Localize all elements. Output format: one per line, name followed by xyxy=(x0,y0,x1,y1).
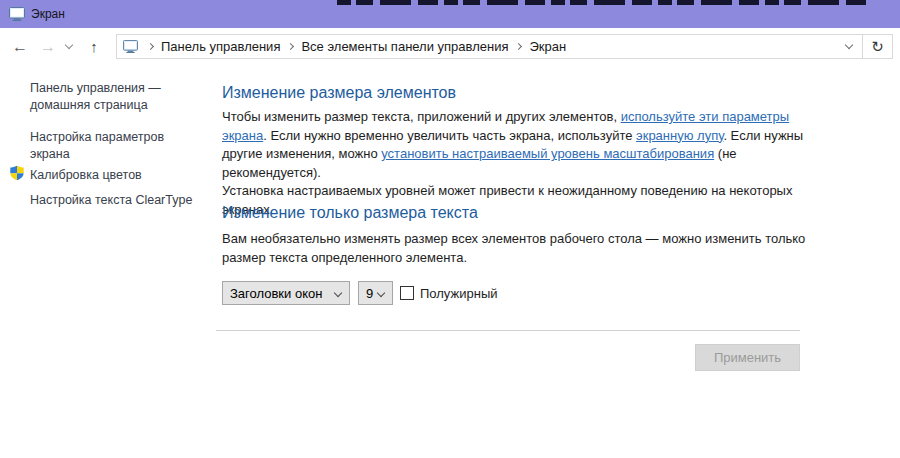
display-monitor-icon xyxy=(9,7,25,21)
bold-checkbox-label[interactable]: Полужирный xyxy=(420,286,498,301)
navigation-bar: ← → ↑ Панель управления Все элементы пан… xyxy=(0,28,900,65)
sidebar-item-control-panel-home[interactable]: Панель управления — домашняя страница xyxy=(0,80,190,114)
up-button[interactable]: ↑ xyxy=(84,37,104,57)
link-magnifier[interactable]: экранную лупу xyxy=(636,128,723,143)
font-size-select[interactable]: 9 xyxy=(358,281,393,305)
chevron-down-icon xyxy=(845,41,853,49)
section-heading-resize-elements: Изменение размера элементов xyxy=(222,84,456,102)
address-dropdown-button[interactable] xyxy=(836,35,862,58)
breadcrumb: Панель управления Все элементы панели уп… xyxy=(117,39,836,54)
back-button[interactable]: ← xyxy=(10,37,30,57)
link-custom-scaling-level[interactable]: установить настраиваемый уровень масштаб… xyxy=(381,146,714,161)
font-size-select-value: 9 xyxy=(366,286,373,301)
breadcrumb-item-control-panel[interactable]: Панель управления xyxy=(161,39,280,54)
forward-button[interactable]: → xyxy=(38,37,58,57)
resize-elements-paragraph: Чтобы изменить размер текста, приложений… xyxy=(222,108,822,220)
control-panel-display-window: Экран ← → ↑ Панель управления Все элемен… xyxy=(0,0,900,458)
ui-element-select[interactable]: Заголовки окон xyxy=(222,281,350,305)
text-size-paragraph: Вам необязательно изменять размер всех э… xyxy=(222,230,822,267)
breadcrumb-separator-icon xyxy=(515,43,522,50)
address-bar[interactable]: Панель управления Все элементы панели уп… xyxy=(116,34,893,59)
breadcrumb-separator-icon xyxy=(147,43,154,50)
location-monitor-icon xyxy=(123,40,138,53)
sidebar-item-display-settings[interactable]: Настройка параметров экрана xyxy=(0,129,190,163)
chevron-down-icon xyxy=(377,289,385,297)
bold-checkbox[interactable] xyxy=(400,286,414,300)
main-content: Изменение размера элементов Чтобы измени… xyxy=(222,66,800,458)
recent-pages-chevron-icon[interactable] xyxy=(65,41,73,49)
chevron-down-icon xyxy=(334,289,342,297)
apply-button[interactable]: Применить xyxy=(695,344,800,371)
refresh-button[interactable]: ↻ xyxy=(862,35,892,58)
paragraph-text: . Если нужно временно увеличить часть эк… xyxy=(263,128,636,143)
ui-element-select-value: Заголовки окон xyxy=(230,286,322,301)
breadcrumb-separator-icon xyxy=(287,43,294,50)
text-size-controls: Заголовки окон 9 Полужирный xyxy=(222,281,498,305)
separator xyxy=(216,330,800,331)
window-title: Экран xyxy=(31,7,65,21)
breadcrumb-item-display[interactable]: Экран xyxy=(529,39,566,54)
section-heading-text-size-only: Изменение только размера текста xyxy=(222,204,478,222)
sidebar: Панель управления — домашняя страница На… xyxy=(0,66,212,458)
paragraph-text: Чтобы изменить размер текста, приложений… xyxy=(222,109,621,124)
clipped-overlapping-text-artifact xyxy=(337,0,870,5)
breadcrumb-item-all-items[interactable]: Все элементы панели управления xyxy=(301,39,508,54)
sidebar-item-cleartype[interactable]: Настройка текста ClearType xyxy=(0,192,205,209)
sidebar-item-color-calibration[interactable]: Калибровка цветов xyxy=(0,167,205,184)
